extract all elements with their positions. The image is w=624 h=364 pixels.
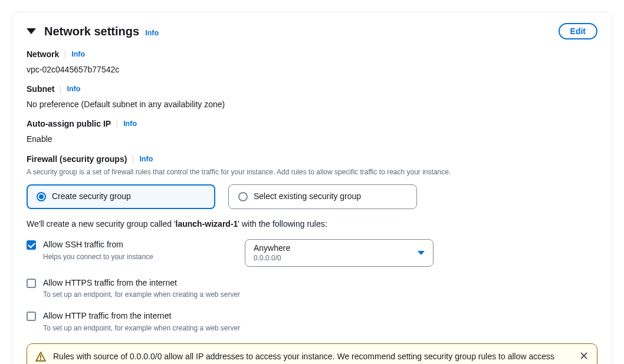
allow-ssh-checkbox[interactable] [27,240,36,250]
warning-triangle-icon [35,352,46,362]
subnet-info-link[interactable]: Info [67,84,80,95]
network-settings-panel: Network settings Info Edit Network Info … [12,12,612,364]
subnet-label: Subnet [27,84,54,95]
allow-ssh-desc: Helps you connect to your instance [43,252,238,262]
allow-ssh-label: Allow SSH traffic from [43,239,238,251]
public-ip-info-link[interactable]: Info [123,119,137,130]
sg-create-sentence: We'll create a new security group called… [27,219,597,230]
public-ip-label: Auto-assign public IP [27,118,111,130]
public-ip-field: Auto-assign public IP Info Enable [27,118,597,145]
firewall-label: Firewall (security groups) [27,154,127,166]
allow-http-checkbox[interactable] [27,312,36,321]
create-sg-label: Create security group [52,191,131,203]
network-info-link[interactable]: Info [71,49,85,60]
create-security-group-radio[interactable]: Create security group [27,184,215,209]
firewall-field: Firewall (security groups) Info A securi… [27,154,597,364]
allow-https-desc: To set up an endpoint, for example when … [43,290,240,300]
subnet-field: Subnet Info No preference (Default subne… [27,84,597,110]
panel-header: Network settings Info Edit [27,23,597,39]
ssh-source-main: Anywhere [254,243,290,254]
chevron-down-icon [418,251,425,255]
sg-name: launch-wizard-1 [176,219,238,229]
divider [65,51,65,59]
divider [117,120,117,128]
allow-https-label: Allow HTTPS traffic from the internet [43,277,240,289]
network-value: vpc-02c0445657b77542c [27,64,597,76]
public-ip-value: Enable [27,134,597,145]
allow-http-row: Allow HTTP traffic from the internet To … [27,310,597,333]
allow-ssh-row: Allow SSH traffic from Helps you connect… [27,239,597,267]
header-left: Network settings Info [27,23,159,39]
svg-point-1 [40,359,41,360]
divider [60,85,61,94]
edit-button[interactable]: Edit [559,23,597,39]
divider [133,155,133,163]
allow-https-checkbox[interactable] [27,279,36,288]
firewall-description: A security group is a set of firewall ru… [27,167,597,177]
header-info-link[interactable]: Info [145,28,159,39]
open-access-warning: Rules with source of 0.0.0.0/0 allow all… [27,343,597,364]
select-existing-security-group-radio[interactable]: Select existing security group [228,184,417,209]
warning-text: Rules with source of 0.0.0.0/0 allow all… [53,351,567,364]
firewall-info-link[interactable]: Info [139,154,153,165]
ssh-source-select[interactable]: Anywhere 0.0.0.0/0 [245,239,433,267]
network-label: Network [27,49,59,61]
section-title: Network settings [44,23,139,39]
ssh-source-sub: 0.0.0.0/0 [254,254,290,263]
network-field: Network Info vpc-02c0445657b77542c [27,49,597,75]
security-group-radio-group: Create security group Select existing se… [27,184,597,209]
allow-https-row: Allow HTTPS traffic from the internet To… [27,277,597,300]
allow-http-desc: To set up an endpoint, for example when … [43,323,240,333]
close-icon[interactable] [579,351,589,360]
subnet-value: No preference (Default subnet in any ava… [27,99,597,111]
allow-http-label: Allow HTTP traffic from the internet [43,310,240,322]
select-existing-sg-label: Select existing security group [254,191,361,203]
radio-unselected-icon [238,192,248,201]
collapse-toggle-icon[interactable] [27,28,36,34]
radio-selected-icon [37,192,46,201]
